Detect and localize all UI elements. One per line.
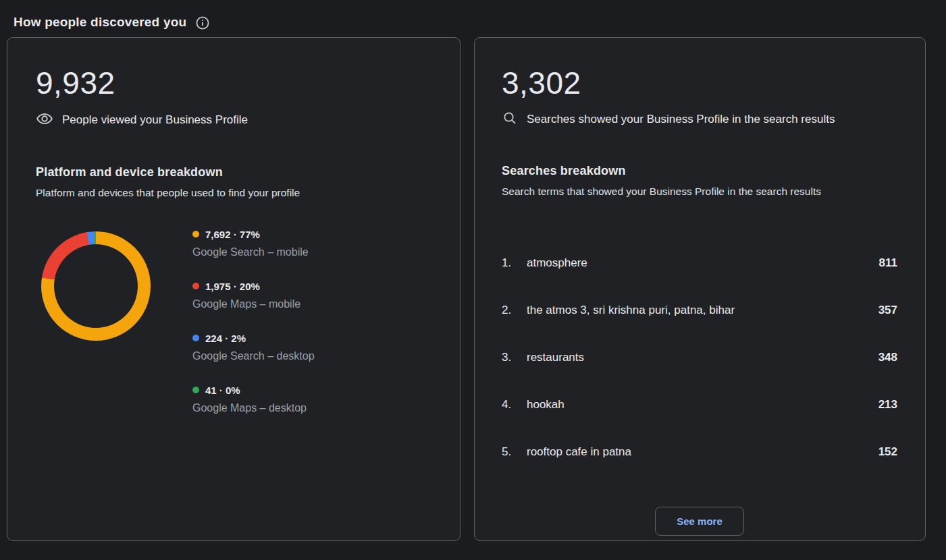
legend-label: Google Maps – desktop [192,402,315,414]
search-term-count: 811 [879,256,897,270]
legend-value: 1,975 · 20% [205,281,260,292]
platform-section-title: Platform and device breakdown [36,165,431,179]
legend-item: 41 · 0% Google Maps – desktop [192,385,315,414]
search-term-row: 5. rooftop cafe in patna 152 [502,428,897,476]
legend-value: 7,692 · 77% [205,229,260,240]
search-term-rank: 4. [502,398,527,412]
legend-item: 224 · 2% Google Search – desktop [192,333,315,362]
see-more-row: See more [502,507,897,536]
search-term-count: 357 [878,304,897,317]
legend-value: 224 · 2% [205,333,246,344]
search-term-count: 213 [878,398,897,412]
page-header: How people discovered you [0,0,946,37]
searches-section-subtitle: Search terms that showed your Business P… [502,186,897,198]
search-term-rank: 3. [502,351,527,364]
search-term-text: atmosphere [527,256,879,270]
eye-icon [36,110,53,131]
platform-section-head: Platform and device breakdown Platform a… [36,165,431,199]
legend-item: 1,975 · 20% Google Maps – mobile [192,281,315,310]
search-term-rank: 5. [502,445,527,459]
profile-views-card: 9,932 People viewed your Business Profil… [7,37,461,541]
legend-dot [192,283,199,289]
platform-chart-row: 7,692 · 77% Google Search – mobile 1,975… [36,227,431,437]
legend-dot [192,335,199,341]
search-term-count: 348 [878,351,897,364]
search-icon [502,110,518,130]
search-term-row: 4. hookah 213 [502,381,897,428]
search-term-text: the atmos 3, sri krishna puri, patna, bi… [527,304,878,317]
profile-views-caption-row: People viewed your Business Profile [36,110,431,131]
searches-caption-row: Searches showed your Business Profile in… [502,110,897,130]
searches-section-head: Searches breakdown Search terms that sho… [502,164,897,198]
searches-section-title: Searches breakdown [502,164,897,178]
insights-cards: 9,932 People viewed your Business Profil… [7,37,926,541]
info-icon[interactable] [196,16,209,30]
page-title: How people discovered you [14,15,186,30]
search-term-row: 3. restaurants 348 [502,334,897,381]
platform-section-subtitle: Platform and devices that people used to… [36,187,431,199]
legend-dot [192,231,199,237]
see-more-button[interactable]: See more [655,507,744,536]
search-term-row: 1. atmosphere 811 [502,240,897,287]
legend-label: Google Maps – mobile [192,298,315,310]
search-term-row: 2. the atmos 3, sri krishna puri, patna,… [502,287,897,334]
search-term-text: restaurants [527,351,878,364]
search-term-text: rooftop cafe in patna [527,445,878,459]
search-term-rank: 1. [502,256,527,270]
searches-count: 3,302 [502,66,897,101]
legend-label: Google Search – mobile [192,246,315,258]
legend-dot [192,387,199,393]
search-term-count: 152 [878,445,897,459]
searches-card: 3,302 Searches showed your Business Prof… [474,37,926,541]
profile-views-count: 9,932 [36,66,431,101]
legend-item: 7,692 · 77% Google Search – mobile [192,229,315,258]
legend-value: 41 · 0% [205,385,240,396]
search-terms-list: 1. atmosphere 811 2. the atmos 3, sri kr… [502,240,897,476]
platform-donut-chart [41,231,151,341]
searches-caption: Searches showed your Business Profile in… [527,113,835,126]
legend-label: Google Search – desktop [192,350,315,362]
search-term-text: hookah [527,398,878,412]
search-term-rank: 2. [502,304,527,317]
profile-views-caption: People viewed your Business Profile [62,113,248,127]
platform-legend: 7,692 · 77% Google Search – mobile 1,975… [192,229,315,437]
